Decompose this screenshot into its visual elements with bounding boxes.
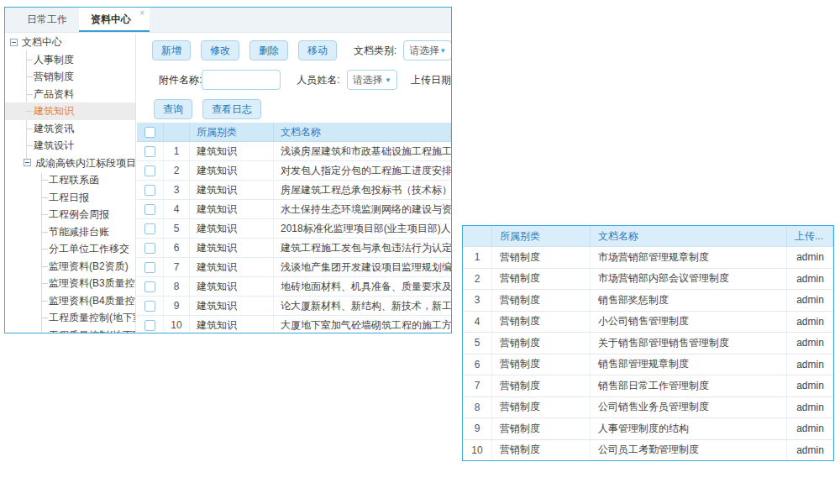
row-index: 2 xyxy=(463,269,492,290)
tree-node[interactable]: 工程例会周报 xyxy=(5,206,135,223)
row-checkbox[interactable] xyxy=(144,320,155,331)
person-name-label: 人员姓名: xyxy=(297,73,339,87)
table-row[interactable]: 4建筑知识水土保持生态环境监测网络的建设与资... xyxy=(137,200,451,219)
table-row[interactable]: 9营销制度人事管理制度的结构admin xyxy=(463,418,833,440)
row-index: 7 xyxy=(164,258,190,276)
table-row[interactable]: 2营销制度市场营销部内部会议管理制度admin xyxy=(463,269,833,291)
modify-button[interactable]: 修改 xyxy=(201,40,239,60)
tree-node[interactable]: 人事制度 xyxy=(5,51,135,69)
category-column-header: 所属别类 xyxy=(190,123,274,141)
tab-data-center[interactable]: 资料中心 × xyxy=(79,8,150,32)
row-category: 营销制度 xyxy=(492,269,591,290)
row-checkbox[interactable] xyxy=(144,301,155,312)
row-checkbox[interactable] xyxy=(144,262,155,273)
tree-node-label: 人事制度 xyxy=(34,54,74,66)
add-button[interactable]: 新增 xyxy=(152,40,191,60)
tree-node[interactable]: 营销制度 xyxy=(5,68,135,86)
tree-node[interactable]: 监理资料(B2资质) xyxy=(5,258,135,276)
toolbar-query-row: 查询 查看日志 xyxy=(154,99,271,119)
row-checkbox[interactable] xyxy=(144,204,155,215)
tree-node[interactable]: 工程质量控制(地下室) xyxy=(5,309,135,327)
row-category: 建筑知识 xyxy=(190,181,274,199)
row-index: 6 xyxy=(463,354,492,375)
document-table-header: 所属别类 文档名称 xyxy=(137,123,451,142)
delete-button[interactable]: 删除 xyxy=(249,40,288,60)
tree-node[interactable]: 工程质量控制(地下室) xyxy=(5,327,135,333)
move-button[interactable]: 移动 xyxy=(298,40,337,60)
tree-node-label: 营销制度 xyxy=(34,71,74,82)
table-row[interactable]: 8营销制度公司销售业务员管理制度admin xyxy=(463,397,833,419)
table-row[interactable]: 1营销制度市场营销部管理规章制度admin xyxy=(463,247,833,269)
collapse-icon[interactable] xyxy=(10,39,18,46)
row-index: 5 xyxy=(164,219,190,238)
table-row[interactable]: 3营销制度销售部奖惩制度admin xyxy=(463,290,833,312)
tree-node[interactable]: 监理资料(B3质量控制) xyxy=(5,275,135,292)
close-icon[interactable]: × xyxy=(139,8,144,18)
tree-node[interactable]: 工程联系函 xyxy=(5,171,135,189)
table-row[interactable]: 6建筑知识建筑工程施工发包与承包违法行为认定... xyxy=(137,239,451,258)
table-row[interactable]: 5营销制度关于销售部管理销售管理制度admin xyxy=(463,333,833,354)
row-checkbox[interactable] xyxy=(144,243,155,254)
view-log-button[interactable]: 查看日志 xyxy=(202,99,261,119)
row-checkbox[interactable] xyxy=(144,146,155,157)
row-doc-name: 销售部管理规章制度 xyxy=(591,354,787,375)
table-row[interactable]: 10营销制度公司员工考勤管理制度admin xyxy=(463,440,833,461)
tree-node-label: 工程日报 xyxy=(49,192,89,203)
select-all-checkbox[interactable] xyxy=(144,127,155,138)
table-row[interactable]: 8建筑知识地砖地面材料、机具准备、质量要求及... xyxy=(137,277,451,297)
query-button[interactable]: 查询 xyxy=(154,99,192,119)
row-category: 建筑知识 xyxy=(190,142,274,160)
tree-node-label: 分工单位工作移交 xyxy=(49,243,129,255)
tree-node-label: 监理资料(B3质量控制) xyxy=(49,277,135,289)
row-checkbox[interactable] xyxy=(144,281,155,292)
tree-node[interactable]: 产品资料 xyxy=(5,86,135,103)
row-category: 建筑知识 xyxy=(190,316,274,333)
table-row[interactable]: 3建筑知识房屋建筑工程总承包投标书（技术标）... xyxy=(137,181,451,200)
doc-category-select[interactable]: 请选择 ▼ xyxy=(403,40,452,60)
row-category: 建筑知识 xyxy=(190,258,274,276)
upload-date-label: 上传日期 xyxy=(411,73,451,87)
table-row[interactable]: 7营销制度销售部日常工作管理制度admin xyxy=(463,375,833,397)
row-checkbox[interactable] xyxy=(144,165,155,176)
document-list-panel: 新增 修改 删除 移动 文档类别: 请选择 ▼ 文档 附件名称: 人员姓名: 请… xyxy=(137,34,451,333)
table-row[interactable]: 1建筑知识浅谈房屋建筑和市政基础设施工程施工... xyxy=(137,142,451,161)
tree-node-label: 工程质量控制(地下室) xyxy=(49,312,135,323)
tab-daily-work[interactable]: 日常工作 xyxy=(15,8,79,32)
uploader-column-header: 上传... xyxy=(787,226,833,246)
table-row[interactable]: 6营销制度销售部管理规章制度admin xyxy=(463,354,833,376)
tree-node[interactable]: 分工单位工作移交 xyxy=(5,240,135,258)
row-doc-name: 浅谈地产集团开发建设项目监理规划编... xyxy=(274,258,451,276)
tree-node[interactable]: 建筑资讯 xyxy=(5,120,135,138)
tree-node-expandable[interactable]: 成渝高铁内江标段项目 xyxy=(5,155,135,172)
tree-node[interactable]: 建筑设计 xyxy=(5,137,135,155)
tree-node[interactable]: 节能减排台账 xyxy=(5,223,135,241)
table-row[interactable]: 7建筑知识浅谈地产集团开发建设项目监理规划编... xyxy=(137,258,451,277)
tree-node-label: 工程质量控制(地下室) xyxy=(49,329,135,333)
attachment-name-input[interactable] xyxy=(202,70,281,90)
chevron-down-icon: ▼ xyxy=(439,47,446,55)
document-table-body: 1建筑知识浅谈房屋建筑和市政基础设施工程施工...2建筑知识对发包人指定分包的工… xyxy=(137,142,451,333)
tree-node[interactable]: 监理资料(B4质量控制) xyxy=(5,292,135,310)
row-checkbox[interactable] xyxy=(144,223,155,234)
row-index: 8 xyxy=(463,397,492,418)
tree-node-label: 节能减排台账 xyxy=(49,226,109,238)
table-row[interactable]: 4营销制度小公司销售管理制度admin xyxy=(463,312,833,333)
tree-node-expandable[interactable]: 文档中心 xyxy=(5,34,135,51)
tree-node-label: 建筑资讯 xyxy=(34,123,74,134)
tree-node-label: 建筑知识 xyxy=(34,105,74,117)
collapse-icon[interactable] xyxy=(24,159,31,166)
table-row[interactable]: 5建筑知识2018标准化监理项目部(业主项目部)人员... xyxy=(137,219,451,239)
row-checkbox[interactable] xyxy=(144,185,155,196)
row-index: 10 xyxy=(164,316,190,333)
tree-node[interactable]: 工程日报 xyxy=(5,189,135,207)
person-name-select[interactable]: 请选择 ▼ xyxy=(347,70,397,90)
row-doc-name: 水土保持生态环境监测网络的建设与资... xyxy=(274,200,451,218)
table-row[interactable]: 2建筑知识对发包人指定分包的工程施工进度安排... xyxy=(137,161,451,181)
row-category: 营销制度 xyxy=(492,397,591,418)
table-row[interactable]: 10建筑知识大厦地下室加气砼墙砌筑工程的施工方... xyxy=(137,316,451,333)
row-index: 1 xyxy=(164,142,190,160)
category-tree-sidebar: 文档中心人事制度营销制度产品资料建筑知识建筑资讯建筑设计成渝高铁内江标段项目工程… xyxy=(5,34,136,333)
table-row[interactable]: 9建筑知识论大厦新材料、新结构、新技术，新工... xyxy=(137,297,451,316)
tree-node[interactable]: 建筑知识 xyxy=(5,102,135,120)
checkbox-cell xyxy=(137,316,164,333)
